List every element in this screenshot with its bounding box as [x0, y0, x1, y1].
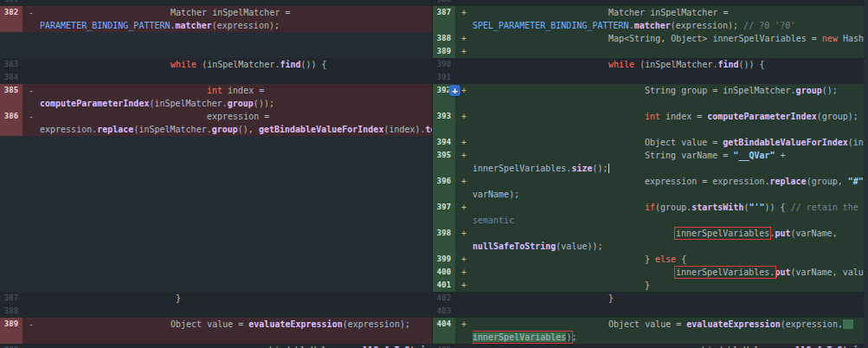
diff-row: 398+innerSpelVariables.put(varName,nullS… [0, 227, 868, 253]
diff-cell-right: 405bindableValue = nullSafeToString(valu… [433, 344, 868, 348]
line-number[interactable]: 384 [0, 71, 23, 84]
line-number[interactable]: 388 [433, 32, 455, 45]
line-number[interactable]: 393 [433, 110, 455, 136]
diff-marker [23, 45, 40, 58]
line-number [0, 136, 23, 149]
code-token: } [645, 280, 650, 290]
diff-marker [23, 305, 40, 318]
code-cell: } [40, 292, 432, 305]
code-token: (group, [807, 177, 848, 186]
line-number[interactable]: 401 [433, 279, 455, 292]
line-number[interactable]: 398 [433, 227, 455, 253]
code-line: Map<String, Object> innerSpelVariables =… [473, 32, 868, 45]
line-number[interactable]: 385 [0, 84, 23, 110]
code-token: (expression); [212, 21, 280, 30]
line-number[interactable]: 382 [0, 6, 23, 32]
code-line: innerSpelVariables); [473, 331, 868, 344]
diff-cell-left: 387} [0, 292, 433, 305]
code-token: (expression); [671, 21, 743, 30]
line-number[interactable]: 397 [433, 201, 455, 227]
diff-cell-left: 382-Matcher inSpelMatcher =PARAMETER_BIN… [0, 6, 433, 32]
annotation-box: innerSpelVariables [676, 229, 769, 238]
code-token: Object value = [608, 319, 686, 329]
diff-cell-left [0, 253, 433, 266]
code-line: while (inSpelMatcher.find()) { [40, 58, 432, 71]
line-number[interactable]: 390 [0, 344, 23, 348]
line-number[interactable]: 391 [433, 71, 455, 84]
code-token: // ?0 '?0' [743, 21, 795, 30]
code-token: (inSpelMatcher. [196, 60, 280, 69]
code-token: index = [660, 112, 707, 121]
code-line: while (inSpelMatcher.find()) { [473, 58, 868, 71]
diff-rows-container: 381386382-Matcher inSpelMatcher =PARAMET… [0, 0, 868, 348]
annotation-box: innerSpelVariables) [473, 332, 571, 342]
line-number[interactable]: 405 [433, 344, 455, 348]
diff-row: 386-expression =expression.replace(inSpe… [0, 110, 868, 136]
code-token: } [608, 293, 614, 303]
diff-row: 383while (inSpelMatcher.find()) {390whil… [0, 58, 868, 71]
code-token: (expression); [343, 319, 410, 329]
line-number[interactable]: 387 [433, 6, 455, 32]
line-number[interactable]: 394 [433, 136, 455, 149]
code-cell: bindableValue = nullSafeToString(value); [40, 344, 432, 348]
line-number[interactable]: 389 [433, 45, 455, 58]
code-token: Map<String, Object> innerSpelVariables = [608, 34, 822, 43]
diff-row: 390bindableValue = nullSafeToString(valu… [0, 344, 868, 348]
diff-cell-right: 404+Object value = evaluateExpression(ex… [433, 318, 868, 344]
line-number[interactable]: 381 [0, 0, 23, 6]
code-cell [40, 71, 432, 84]
code-line: bindableValue = nullSafeToString(value); [40, 344, 432, 348]
diff-marker [455, 292, 473, 305]
line-number[interactable]: 395 [433, 149, 455, 175]
add-comment-button[interactable]: + [449, 85, 460, 96]
diff-row: 381386 [0, 0, 868, 6]
diff-cell-left: 385-int index =computeParameterIndex(inS… [0, 84, 433, 110]
code-token: if [645, 203, 655, 212]
diff-marker [23, 0, 40, 6]
diff-marker: + [455, 201, 473, 227]
diff-cell-right: 390while (inSpelMatcher.find()) { [433, 58, 868, 71]
text-caret [608, 164, 609, 173]
line-number[interactable]: 387 [0, 292, 23, 305]
code-token: int [207, 86, 222, 95]
line-number[interactable]: 390 [433, 58, 455, 71]
code-token: getBindableValueForIndex [259, 125, 384, 134]
code-token: evaluateExpression [248, 319, 342, 329]
code-token: while [170, 60, 196, 69]
diff-cell-right: 401+} [433, 279, 868, 292]
code-token [843, 319, 853, 329]
line-number[interactable]: 402 [433, 292, 455, 305]
code-line: PARAMETER_BINDING_PATTERN.matcher(expres… [40, 19, 432, 32]
code-token: index = [222, 86, 264, 95]
code-cell: Object value = evaluateExpression(expres… [473, 318, 868, 344]
code-token: (inSpelMatcher. [149, 99, 227, 108]
code-cell [40, 136, 432, 149]
diff-marker: + [455, 318, 473, 344]
code-cell [40, 201, 432, 227]
code-token: (index). [383, 125, 425, 134]
line-number [0, 279, 23, 292]
diff-marker: - [23, 110, 40, 136]
line-number[interactable]: 389 [0, 318, 23, 344]
line-number[interactable]: 403 [433, 305, 455, 318]
code-token: varName); [473, 190, 519, 199]
code-cell: expression =expression.replace(inSpelMat… [40, 110, 432, 136]
line-number[interactable]: 386 [0, 110, 23, 136]
code-token: (varName, [790, 229, 837, 238]
line-number[interactable]: 396 [433, 175, 455, 201]
line-number[interactable]: 388 [0, 305, 23, 318]
diff-marker: + [455, 253, 473, 266]
diff-marker [23, 292, 40, 305]
code-token: Matcher inSpelMatcher = [170, 8, 290, 17]
code-cell [40, 227, 432, 253]
diff-marker: + [455, 279, 473, 292]
line-number[interactable]: 383 [0, 58, 23, 71]
line-number[interactable]: 404 [433, 318, 455, 344]
code-cell [40, 253, 432, 266]
code-cell [473, 45, 868, 58]
line-number[interactable]: 386 [433, 0, 455, 6]
code-token: (group. [655, 203, 691, 212]
line-number[interactable]: 400 [433, 266, 455, 279]
line-number[interactable]: 399 [433, 253, 455, 266]
diff-cell-right: 387+Matcher inSpelMatcher =SPEL_PARAMETE… [433, 6, 868, 32]
